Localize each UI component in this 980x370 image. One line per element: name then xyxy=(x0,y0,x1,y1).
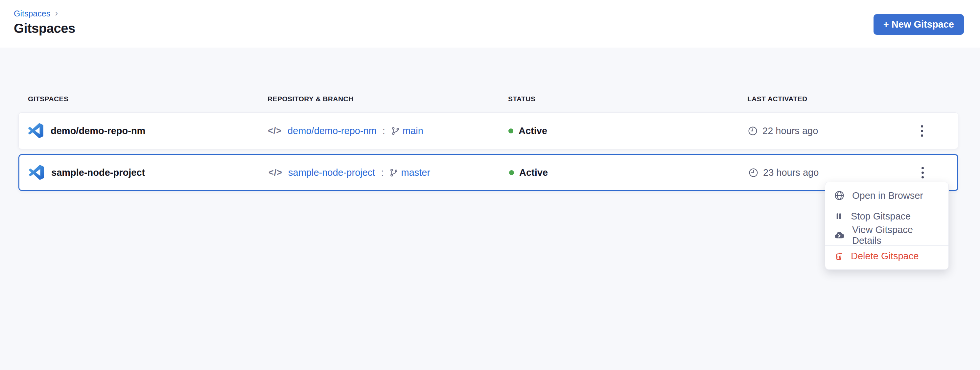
menu-item-label: Delete Gitspace xyxy=(851,251,918,262)
column-header-repository-branch: REPOSITORY & BRANCH xyxy=(267,95,508,103)
menu-item-stop-gitspace[interactable]: Stop Gitspace xyxy=(825,207,948,226)
last-activated-text: 23 hours ago xyxy=(763,167,819,178)
menu-item-delete-gitspace[interactable]: Delete Gitspace xyxy=(825,246,948,265)
row-menu-kebab-icon[interactable] xyxy=(914,123,930,139)
menu-item-label: View Gitspace Details xyxy=(852,224,940,246)
column-header-status: STATUS xyxy=(508,95,747,103)
cloud-details-icon xyxy=(834,230,845,241)
status-active-dot xyxy=(509,170,514,175)
menu-item-label: Open in Browser xyxy=(852,190,923,201)
row-context-menu: Open in Browser Stop Gitspace View Gitsp… xyxy=(825,182,949,270)
branch-link[interactable]: main xyxy=(402,125,423,137)
code-icon: </> xyxy=(268,126,282,136)
status-active-dot xyxy=(508,129,513,133)
repository-branch-cell: </> sample-node-project : master xyxy=(269,167,509,178)
vscode-icon xyxy=(28,123,43,138)
menu-item-label: Stop Gitspace xyxy=(851,211,911,222)
git-branch-icon xyxy=(391,127,400,135)
globe-icon xyxy=(834,190,845,201)
code-icon: </> xyxy=(269,168,282,178)
status-cell: Active xyxy=(508,125,748,137)
last-activated-cell: 23 hours ago xyxy=(748,167,915,178)
gitspace-name-cell: sample-node-project xyxy=(19,165,269,180)
menu-divider xyxy=(825,206,948,206)
menu-item-open-in-browser[interactable]: Open in Browser xyxy=(825,186,948,205)
breadcrumb: Gitspaces › xyxy=(14,8,58,19)
gitspace-name: sample-node-project xyxy=(51,167,145,178)
column-header-last-activated: LAST ACTIVATED xyxy=(747,95,914,103)
gitspace-name-cell: demo/demo-repo-nm xyxy=(19,123,268,138)
status-label: Active xyxy=(519,125,547,137)
git-branch-icon xyxy=(390,168,398,177)
repository-link[interactable]: sample-node-project xyxy=(288,167,375,178)
repository-branch-cell: </> demo/demo-repo-nm : main xyxy=(268,125,508,137)
pause-icon xyxy=(834,211,844,221)
table-header-row: GITSPACES REPOSITORY & BRANCH STATUS LAS… xyxy=(18,95,958,103)
clock-icon xyxy=(748,126,758,136)
breadcrumb-link-gitspaces[interactable]: Gitspaces xyxy=(14,9,50,18)
table-row[interactable]: demo/demo-repo-nm </> demo/demo-repo-nm … xyxy=(18,113,958,149)
vscode-icon xyxy=(29,165,44,180)
colon-separator: : xyxy=(383,125,385,137)
clock-icon xyxy=(748,168,759,178)
colon-separator: : xyxy=(381,167,383,178)
table-row[interactable]: sample-node-project </> sample-node-proj… xyxy=(18,154,958,191)
page-header: Gitspaces › Gitspaces + New Gitspace xyxy=(0,0,980,48)
last-activated-cell: 22 hours ago xyxy=(748,125,914,137)
last-activated-text: 22 hours ago xyxy=(762,125,818,137)
page-title: Gitspaces xyxy=(14,21,75,36)
row-menu-kebab-icon[interactable] xyxy=(915,165,931,180)
menu-item-view-gitspace-details[interactable]: View Gitspace Details xyxy=(825,226,948,245)
status-label: Active xyxy=(519,167,548,178)
status-cell: Active xyxy=(509,167,748,178)
branch-link[interactable]: master xyxy=(401,167,430,178)
trash-icon xyxy=(834,251,844,261)
gitspace-name: demo/demo-repo-nm xyxy=(51,125,145,137)
repository-link[interactable]: demo/demo-repo-nm xyxy=(288,125,377,137)
new-gitspace-button[interactable]: + New Gitspace xyxy=(873,14,964,35)
column-header-gitspaces: GITSPACES xyxy=(18,95,267,103)
breadcrumb-chevron-icon: › xyxy=(55,8,58,18)
